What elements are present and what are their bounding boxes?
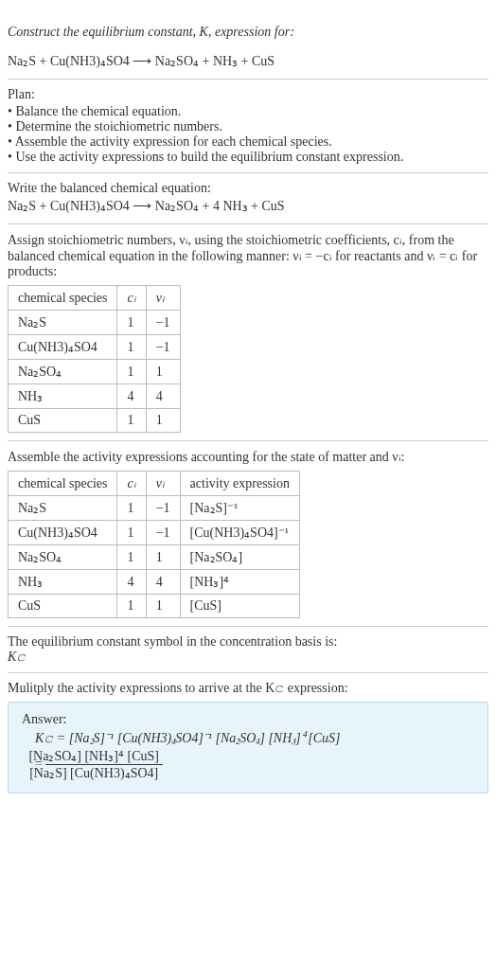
cell-species: Na₂SO₄	[9, 360, 117, 384]
kc-fraction: [Na₂SO₄] [NH₃]⁴ [CuS] [Na₂S] [Cu(NH3)₄SO…	[45, 748, 163, 781]
cell-ci: 1	[117, 311, 146, 335]
intro-section: Construct the equilibrium constant, K, e…	[8, 4, 488, 80]
plan-item: Determine the stoichiometric numbers.	[8, 119, 488, 134]
multiply-intro: Mulitply the activity expressions to arr…	[8, 681, 488, 696]
balanced-title: Write the balanced chemical equation:	[8, 181, 488, 196]
kc-symbol: K𝚌	[8, 650, 488, 665]
frac-numerator: [Na₂SO₄] [NH₃]⁴ [CuS]	[45, 748, 163, 765]
cell-vi: −1	[146, 311, 180, 335]
table-row: NH₃ 4 4 [NH₃]⁴	[9, 570, 300, 595]
table-row: CuS 1 1	[9, 409, 181, 433]
balanced-equation: Na₂S + Cu(NH3)₄SO4 ⟶ Na₂SO₄ + 4 NH₃ + Cu…	[8, 198, 488, 214]
plan-list: Balance the chemical equation. Determine…	[8, 104, 488, 165]
col-ci: cᵢ	[117, 286, 146, 311]
cell-ci: 4	[117, 570, 146, 595]
cell-activity: [Cu(NH3)₄SO4]⁻¹	[180, 521, 299, 545]
cell-species: Cu(NH3)₄SO4	[9, 335, 117, 360]
plan-item: Balance the chemical equation.	[8, 104, 488, 119]
cell-species: NH₃	[9, 384, 117, 409]
cell-ci: 1	[117, 409, 146, 433]
balanced-section: Write the balanced chemical equation: Na…	[8, 173, 488, 224]
cell-vi: 1	[146, 595, 180, 618]
cell-vi: −1	[146, 496, 180, 521]
kc-expr-text: K𝚌 = [Na₂S]⁻¹ [Cu(NH3)₄SO4]⁻¹ [Na₂SO₄] […	[35, 731, 340, 745]
col-activity: activity expression	[180, 472, 299, 496]
cell-vi: 1	[146, 360, 180, 384]
table-row: Cu(NH3)₄SO4 1 −1	[9, 335, 181, 360]
table-header-row: chemical species cᵢ νᵢ	[9, 286, 181, 311]
table-header-row: chemical species cᵢ νᵢ activity expressi…	[9, 472, 300, 496]
table-row: Na₂SO₄ 1 1 [Na₂SO₄]	[9, 545, 300, 570]
cell-species: Na₂S	[9, 311, 117, 335]
cell-species: Na₂SO₄	[9, 545, 117, 570]
cell-vi: 1	[146, 545, 180, 570]
col-species: chemical species	[9, 472, 117, 496]
cell-species: CuS	[9, 595, 117, 618]
cell-vi: −1	[146, 335, 180, 360]
plan-item: Assemble the activity expression for eac…	[8, 134, 488, 150]
plan-section: Plan: Balance the chemical equation. Det…	[8, 80, 488, 173]
plan-item: Use the activity expressions to build th…	[8, 150, 488, 165]
table-row: Na₂S 1 −1 [Na₂S]⁻¹	[9, 496, 300, 521]
table-row: Na₂SO₄ 1 1	[9, 360, 181, 384]
cell-vi: −1	[146, 521, 180, 545]
intro-line: Construct the equilibrium constant, K, e…	[8, 25, 488, 40]
cell-ci: 1	[117, 496, 146, 521]
intro-equation: Na₂S + Cu(NH3)₄SO4 ⟶ Na₂SO₄ + NH₃ + CuS	[8, 53, 488, 69]
col-ci: cᵢ	[117, 472, 146, 496]
cell-ci: 1	[117, 545, 146, 570]
table-row: CuS 1 1 [CuS]	[9, 595, 300, 618]
kc-expression-line1: K𝚌 = [Na₂S]⁻¹ [Cu(NH3)₄SO4]⁻¹ [Na₂SO₄] […	[22, 731, 474, 746]
table-row: NH₃ 4 4	[9, 384, 181, 409]
cell-activity: [NH₃]⁴	[180, 570, 299, 595]
symbol-intro: The equilibrium constant symbol in the c…	[8, 634, 488, 650]
col-species: chemical species	[9, 286, 117, 311]
cell-ci: 1	[117, 360, 146, 384]
cell-ci: 1	[117, 335, 146, 360]
answer-section: Mulitply the activity expressions to arr…	[8, 673, 488, 801]
cell-species: Cu(NH3)₄SO4	[9, 521, 117, 545]
cell-activity: [CuS]	[180, 595, 299, 618]
stoich-section: Assign stoichiometric numbers, νᵢ, using…	[8, 224, 488, 441]
cell-species: Na₂S	[9, 496, 117, 521]
kc-expression-line2: = [Na₂SO₄] [NH₃]⁴ [CuS] [Na₂S] [Cu(NH3)₄…	[22, 748, 474, 781]
cell-activity: [Na₂S]⁻¹	[180, 496, 299, 521]
stoich-intro: Assign stoichiometric numbers, νᵢ, using…	[8, 232, 488, 279]
intro-text: Construct the equilibrium constant, K, e…	[8, 25, 294, 39]
cell-activity: [Na₂SO₄]	[180, 545, 299, 570]
cell-species: NH₃	[9, 570, 117, 595]
cell-species: CuS	[9, 409, 117, 433]
cell-vi: 4	[146, 384, 180, 409]
cell-vi: 1	[146, 409, 180, 433]
cell-ci: 1	[117, 595, 146, 618]
frac-denominator: [Na₂S] [Cu(NH3)₄SO4]	[45, 765, 163, 781]
symbol-section: The equilibrium constant symbol in the c…	[8, 627, 488, 673]
col-vi: νᵢ	[146, 472, 180, 496]
cell-vi: 4	[146, 570, 180, 595]
activity-section: Assemble the activity expressions accoun…	[8, 441, 488, 627]
cell-ci: 4	[117, 384, 146, 409]
col-vi: νᵢ	[146, 286, 180, 311]
activity-table: chemical species cᵢ νᵢ activity expressi…	[8, 471, 300, 618]
activity-intro: Assemble the activity expressions accoun…	[8, 449, 488, 465]
answer-label: Answer:	[22, 712, 474, 727]
table-row: Cu(NH3)₄SO4 1 −1 [Cu(NH3)₄SO4]⁻¹	[9, 521, 300, 545]
answer-box: Answer: K𝚌 = [Na₂S]⁻¹ [Cu(NH3)₄SO4]⁻¹ [N…	[8, 702, 488, 793]
stoich-table: chemical species cᵢ νᵢ Na₂S 1 −1 Cu(NH3)…	[8, 285, 181, 433]
cell-ci: 1	[117, 521, 146, 545]
plan-title: Plan:	[8, 87, 488, 102]
table-row: Na₂S 1 −1	[9, 311, 181, 335]
